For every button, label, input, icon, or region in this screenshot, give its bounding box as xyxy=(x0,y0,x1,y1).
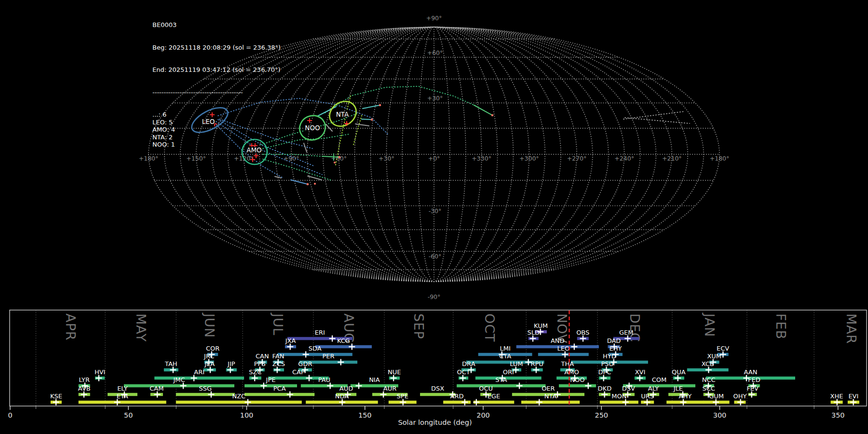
shower-label-SSG: SSG xyxy=(199,385,212,392)
meteor-end-dot xyxy=(314,183,316,185)
shower-label-MON: MON xyxy=(611,393,626,400)
meteor-path xyxy=(326,124,332,131)
shower-label-AHY: AHY xyxy=(679,393,692,400)
shower-label-OCU: OCU xyxy=(479,385,493,392)
grid-meridian xyxy=(434,27,672,282)
shower-label-LEO: LEO xyxy=(557,345,570,352)
count-line: ...: 6 xyxy=(152,111,281,119)
shower-label-ALY: ALY xyxy=(648,385,659,392)
month-label-JAN: JAN xyxy=(702,312,717,337)
month-label-FEB: FEB xyxy=(773,313,788,339)
shower-label-ERI: ERI xyxy=(315,329,325,336)
shower-label-STA: STA xyxy=(495,376,507,383)
x-axis-title: Solar longitude (deg) xyxy=(398,419,472,426)
meteor-path xyxy=(355,124,369,126)
shower-bar-JMC xyxy=(124,384,234,387)
shower-bar-NTA xyxy=(521,401,580,404)
shower-label-EHY: EHY xyxy=(609,345,622,352)
shower-label-SDA: SDA xyxy=(309,345,322,352)
shower-label-PCA: PCA xyxy=(273,385,286,392)
shower-label-NTA: NTA xyxy=(544,393,557,400)
meteor-path xyxy=(363,105,380,108)
activity-timeline: APRMAYJUNJULAUGSEPOCTNOVDECJANFEBMARKUME… xyxy=(8,310,867,419)
latitude-label: -30° xyxy=(429,207,442,215)
shower-label-CAM: CAM xyxy=(149,385,163,392)
begin-time: Beg: 20251118 20:08:29 (sol = 236.38°) xyxy=(152,44,281,52)
meteor-trail-SPO xyxy=(624,111,685,119)
longitude-label: +180° xyxy=(710,155,730,162)
shower-label-JEA: JEA xyxy=(204,360,215,367)
shower-bar-ETA xyxy=(79,401,166,404)
shower-label-NCC: NCC xyxy=(702,376,716,383)
shower-label-CAP: CAP xyxy=(292,368,305,376)
shower-label-JLE: JLE xyxy=(673,385,683,392)
shower-label-NUE: NUE xyxy=(388,368,401,376)
shower-label-DSX: DSX xyxy=(431,385,444,392)
month-label-JUN: JUN xyxy=(202,312,217,338)
shower-label-NDA: NDA xyxy=(335,393,349,400)
shower-label-PER: PER xyxy=(322,353,334,360)
meteor-path xyxy=(317,107,336,116)
shower-label-KCG: KCG xyxy=(337,337,350,344)
shower-label-LUM: LUM xyxy=(510,360,523,367)
shower-label-LMI: LMI xyxy=(500,345,510,352)
shower-label-XCB: XCB xyxy=(702,360,714,367)
shower-label-DKD: DKD xyxy=(598,385,612,392)
shower-bar-STA xyxy=(457,384,545,387)
shower-bar-PCA xyxy=(244,393,314,396)
longitude-label: +0° xyxy=(428,155,440,162)
shower-label-GEM: GEM xyxy=(619,329,634,336)
shower-label-JXA: JXA xyxy=(285,337,296,344)
shower-label-XVI: XVI xyxy=(635,368,646,376)
shower-label-THA: THA xyxy=(561,360,574,367)
shower-bar-EGE xyxy=(474,401,514,404)
shower-label-DPC: DPC xyxy=(598,368,611,376)
shower-label-XUM: XUM xyxy=(707,353,721,360)
x-tick-label: 250 xyxy=(595,411,608,419)
shower-label-ARI: ARI xyxy=(194,368,204,376)
shower-label-ELY: ELY xyxy=(117,385,128,392)
shower-label-AND: AND xyxy=(551,337,565,344)
shower-label-CAN: CAN xyxy=(256,353,269,360)
shower-label-PAU: PAU xyxy=(318,376,330,383)
shower-label-SZC: SZC xyxy=(249,368,261,376)
shower-label-AUR: AUR xyxy=(383,385,396,392)
shower-label-AUD: AUD xyxy=(339,385,353,392)
meteor-end-dot xyxy=(334,162,336,163)
radiant-label-NTA: NTA xyxy=(336,110,349,118)
month-label-MAY: MAY xyxy=(134,313,149,342)
count-line: NTA: 2 xyxy=(152,134,281,141)
count-line: AMO: 4 xyxy=(152,126,281,134)
shower-label-GDR: GDR xyxy=(298,360,312,367)
shower-bar-NZC xyxy=(176,401,302,404)
end-time: End: 20251119 03:47:12 (sol = 236.70°) xyxy=(152,66,281,74)
meteor-end-dot xyxy=(379,104,381,107)
month-label-MAR: MAR xyxy=(844,313,859,344)
shower-label-OCT: OCT xyxy=(457,368,470,376)
shower-label-GUM: GUM xyxy=(709,393,724,400)
shower-label-NOO: NOO xyxy=(570,376,584,383)
x-tick-label: 100 xyxy=(240,411,254,419)
shower-label-OHY: OHY xyxy=(733,393,746,400)
shower-label-JMC: JMC xyxy=(173,376,185,383)
meteor-trail-NTA xyxy=(353,114,362,145)
shower-label-FAN: FAN xyxy=(272,353,285,360)
shower-label-JIP: JIP xyxy=(227,360,235,367)
month-label-OCT: OCT xyxy=(482,313,497,342)
x-tick-label: 350 xyxy=(831,411,845,419)
separator-line: ---------------------------------------- xyxy=(152,89,281,96)
shower-label-NIA: NIA xyxy=(369,376,380,383)
shower-label-OBS: OBS xyxy=(576,329,589,336)
station-id: BE0003 xyxy=(152,21,281,29)
meteor-path xyxy=(362,119,372,120)
shower-bar-JPE xyxy=(244,384,297,387)
shower-label-KSE: KSE xyxy=(50,393,62,400)
longitude-label: +300° xyxy=(519,155,539,162)
shower-label-CTA: CTA xyxy=(499,353,511,360)
month-label-APR: APR xyxy=(63,313,78,341)
shower-label-RPU: RPU xyxy=(530,360,543,367)
shower-label-ORI: ORI xyxy=(503,368,514,376)
latitude-label: -60° xyxy=(429,253,442,260)
x-tick-label: 300 xyxy=(713,411,727,419)
shower-label-COM: COM xyxy=(652,376,667,383)
